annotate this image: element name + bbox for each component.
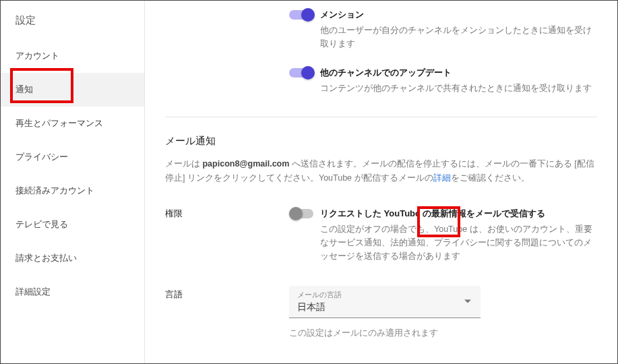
email-section-desc: メールは papicon8@gmail.com へ送信されます。メールの配信を停… [165,157,597,186]
sidebar-item-privacy[interactable]: プライバシー [1,140,144,174]
toggle-mention[interactable] [289,10,313,20]
permission-toggle-title: リクエストした YouTube の最新情報をメールで受信する [320,208,597,220]
language-note: この設定はメールにのみ適用されます [289,328,597,339]
sidebar-item-billing[interactable]: 請求とお支払い [1,241,144,275]
sidebar-title: 設定 [1,7,144,39]
sidebar-item-notifications[interactable]: 通知 [1,73,144,107]
email-language-select[interactable]: メールの言語 日本語 [289,286,481,318]
email-desc-suffix: をご確認ください。 [451,173,530,183]
other-channel-title: 他のチャンネルでのアップデート [320,67,597,79]
email-section-heading: メール通知 [165,135,597,148]
sidebar-item-account[interactable]: アカウント [1,39,144,73]
section-divider [165,117,597,117]
language-label: 言語 [165,286,289,339]
mention-title: メンション [320,9,597,21]
toggle-email-updates[interactable] [289,209,313,218]
sidebar-item-playback[interactable]: 再生とパフォーマンス [1,107,144,140]
main-content: メンション 他のユーザーが自分のチャンネルをメンションしたときに通知を受け取りま… [145,1,617,363]
mention-desc: 他のユーザーが自分のチャンネルをメンションしたときに通知を受け取ります [320,24,597,51]
sidebar-item-connected-accounts[interactable]: 接続済みアカウント [1,174,144,208]
sidebar-item-watch-on-tv[interactable]: テレビで見る [1,208,144,241]
settings-sidebar: 設定 アカウント 通知 再生とパフォーマンス プライバシー 接続済みアカウント … [1,1,145,363]
email-details-link[interactable]: 詳細 [433,173,451,183]
language-select-caption: メールの言語 [297,290,472,300]
toggle-other-channel-updates[interactable] [289,68,313,78]
sidebar-item-advanced[interactable]: 詳細設定 [1,275,144,309]
email-address: papicon8@gmail.com [202,159,289,169]
email-desc-prefix: メールは [165,159,202,169]
permission-label: 権限 [165,205,289,263]
other-channel-desc: コンテンツが他のチャンネルで共有されたときに通知を受け取ります [320,82,597,95]
spacer [165,1,289,103]
language-select-value: 日本語 [297,301,472,313]
permission-toggle-desc: この設定がオフの場合でも、YouTube は、お使いのアカウント、重要なサービス… [320,222,597,263]
chevron-down-icon [464,300,471,303]
